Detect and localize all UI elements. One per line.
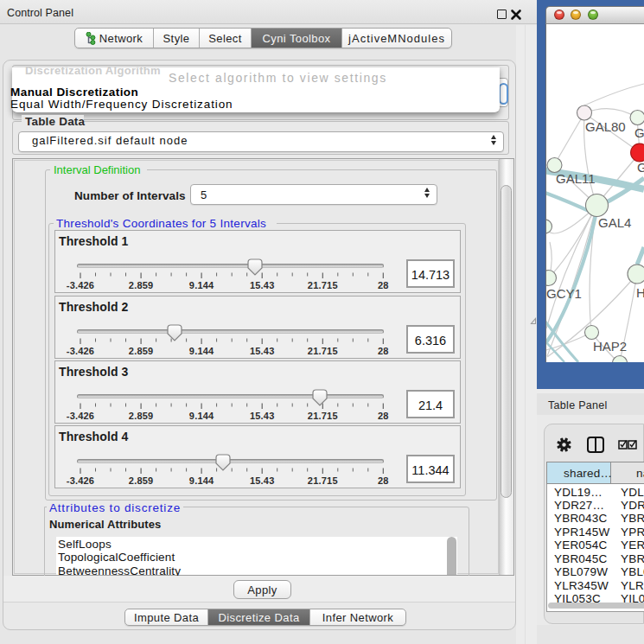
svg-text:15.43: 15.43 xyxy=(250,280,275,290)
svg-text:2.859: 2.859 xyxy=(129,411,154,421)
svg-text:H: H xyxy=(636,285,644,300)
svg-text:15.43: 15.43 xyxy=(250,346,275,356)
svg-text:28: 28 xyxy=(378,280,389,290)
svg-text:28: 28 xyxy=(378,346,389,356)
svg-text:GAL4: GAL4 xyxy=(598,215,631,230)
svg-text:21.715: 21.715 xyxy=(308,280,338,290)
svg-text:-3.426: -3.426 xyxy=(67,280,94,290)
svg-text:2.859: 2.859 xyxy=(129,346,154,356)
svg-text:28: 28 xyxy=(378,475,389,486)
svg-text:HAP2: HAP2 xyxy=(593,339,627,354)
svg-text:GCY1: GCY1 xyxy=(546,286,582,301)
svg-text:-3.426: -3.426 xyxy=(67,411,94,421)
svg-text:15.43: 15.43 xyxy=(250,411,275,421)
svg-text:9.144: 9.144 xyxy=(189,346,214,356)
svg-text:G: G xyxy=(637,160,644,175)
svg-text:2.859: 2.859 xyxy=(129,280,154,290)
svg-text:15.43: 15.43 xyxy=(250,475,275,486)
svg-text:GAL80: GAL80 xyxy=(585,119,626,134)
svg-text:21.715: 21.715 xyxy=(308,411,338,421)
svg-text:28: 28 xyxy=(378,411,389,421)
svg-text:21.715: 21.715 xyxy=(308,475,338,486)
svg-text:GAL11: GAL11 xyxy=(556,171,596,186)
svg-text:-3.426: -3.426 xyxy=(67,346,94,356)
svg-text:9.144: 9.144 xyxy=(189,411,214,421)
svg-text:21.715: 21.715 xyxy=(308,346,338,356)
svg-text:GA: GA xyxy=(634,125,644,140)
svg-text:9.144: 9.144 xyxy=(189,280,214,290)
svg-text:9.144: 9.144 xyxy=(189,475,214,486)
svg-text:2.859: 2.859 xyxy=(129,475,154,486)
svg-text:-3.426: -3.426 xyxy=(67,475,94,486)
